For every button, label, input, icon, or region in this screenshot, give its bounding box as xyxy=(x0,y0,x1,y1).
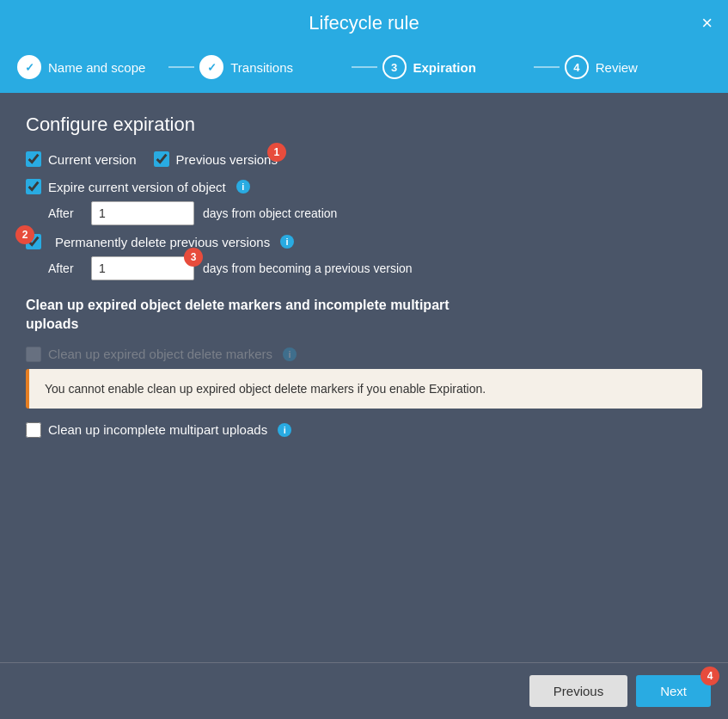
previous-versions-checkbox[interactable] xyxy=(154,151,169,167)
badge-3: 3 xyxy=(184,248,203,267)
cleanup-markers-label: Clean up expired object delete markers xyxy=(48,347,272,361)
warning-box: You cannot enable clean up expired objec… xyxy=(26,369,702,409)
after-days-current-input[interactable] xyxy=(91,201,194,225)
after-days-previous-input[interactable] xyxy=(91,256,194,280)
current-version-label: Current version xyxy=(48,152,137,167)
current-version-checkbox[interactable] xyxy=(26,151,41,167)
cleanup-multipart-checkbox[interactable] xyxy=(26,422,41,438)
permanently-delete-row: 2 Permanently delete previous versions i xyxy=(26,234,702,249)
close-button[interactable]: × xyxy=(701,14,713,33)
permanently-delete-label: Permanently delete previous versions xyxy=(55,235,270,249)
cleanup-markers-checkbox[interactable] xyxy=(26,347,41,362)
cleanup-multipart-label: Clean up incomplete multipart uploads xyxy=(48,422,267,437)
next-button[interactable]: Next xyxy=(636,675,711,707)
steps-bar: ✓ Name and scope ✓ Transitions 3 Expirat… xyxy=(0,46,728,93)
previous-versions-checkbox-label[interactable]: Previous versions xyxy=(154,151,278,167)
badge-1: 1 xyxy=(267,143,286,162)
warning-text: You cannot enable clean up expired objec… xyxy=(45,382,486,396)
expire-current-checkbox[interactable] xyxy=(26,179,41,194)
days-from-previous-label: days from becoming a previous version xyxy=(203,261,413,275)
step3-label: Expiration xyxy=(413,60,476,75)
step1-icon: ✓ xyxy=(17,55,41,79)
version-row: Current version Previous versions 1 xyxy=(26,151,702,167)
step-transitions: ✓ Transitions xyxy=(199,55,346,79)
previous-versions-label: Previous versions xyxy=(176,152,278,167)
step3-icon: 3 xyxy=(382,55,407,79)
modal-header: Lifecycle rule × xyxy=(0,0,728,46)
cleanup-markers-row: Clean up expired object delete markers i xyxy=(26,347,702,362)
next-button-wrap: Next 4 xyxy=(636,675,711,707)
step1-label: Name and scope xyxy=(48,60,145,75)
modal-title: Lifecycle rule xyxy=(309,12,419,34)
cleanup-section-title: Clean up expired object delete markers a… xyxy=(26,296,473,335)
step4-label: Review xyxy=(596,60,638,75)
modal-body: Configure expiration Current version Pre… xyxy=(0,93,728,662)
after-label-2: After xyxy=(48,261,83,275)
step2-label: Transitions xyxy=(230,60,293,75)
current-version-checkbox-label[interactable]: Current version xyxy=(26,151,137,167)
step-divider-3 xyxy=(534,66,560,68)
cleanup-markers-info-icon[interactable]: i xyxy=(283,347,297,361)
step-divider-2 xyxy=(352,66,377,68)
step4-icon: 4 xyxy=(565,55,589,79)
badge-4: 4 xyxy=(700,667,719,685)
cleanup-multipart-row: Clean up incomplete multipart uploads i xyxy=(26,422,702,438)
days-from-creation-label: days from object creation xyxy=(203,206,337,220)
step-review: 4 Review xyxy=(565,55,711,79)
modal-footer: Previous Next 4 xyxy=(0,662,728,719)
step2-icon: ✓ xyxy=(199,55,223,79)
step-divider-1 xyxy=(168,66,194,68)
after-label-1: After xyxy=(48,206,83,220)
step-expiration: 3 Expiration xyxy=(382,55,529,79)
expire-current-after-row: After days from object creation xyxy=(48,201,702,225)
permanently-delete-info-icon[interactable]: i xyxy=(280,235,294,249)
lifecycle-rule-modal: Lifecycle rule × ✓ Name and scope ✓ Tran… xyxy=(0,0,728,719)
cleanup-multipart-info-icon[interactable]: i xyxy=(278,423,291,437)
previous-button[interactable]: Previous xyxy=(529,675,627,707)
step-name-scope: ✓ Name and scope xyxy=(17,55,163,79)
section-title: Configure expiration xyxy=(26,114,702,136)
expire-current-info-icon[interactable]: i xyxy=(236,180,250,194)
expire-current-label: Expire current version of object xyxy=(48,180,226,194)
expire-current-row: Expire current version of object i xyxy=(26,179,702,194)
permanently-delete-after-row: After 3 days from becoming a previous ve… xyxy=(48,256,702,280)
badge-2: 2 xyxy=(15,225,34,244)
